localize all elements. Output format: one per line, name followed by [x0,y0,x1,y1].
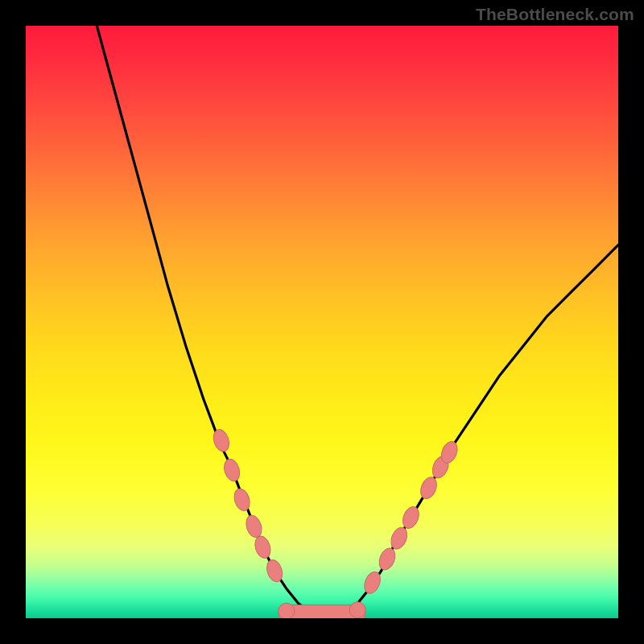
svg-point-3 [244,514,265,539]
chart-svg [26,26,618,618]
svg-point-10 [418,475,440,502]
svg-point-7 [376,546,398,572]
plot-area [26,26,618,618]
chart-frame: TheBottleneck.com [0,0,644,644]
svg-point-2 [232,487,253,513]
svg-point-0 [211,427,232,453]
svg-point-9 [400,505,422,531]
attribution-text: TheBottleneck.com [476,5,634,24]
data-dots [211,427,460,618]
svg-point-14 [279,603,295,618]
svg-point-15 [349,602,365,618]
svg-point-8 [388,525,410,551]
svg-point-1 [221,457,242,483]
svg-point-4 [253,535,274,560]
bottleneck-curve [97,26,618,615]
